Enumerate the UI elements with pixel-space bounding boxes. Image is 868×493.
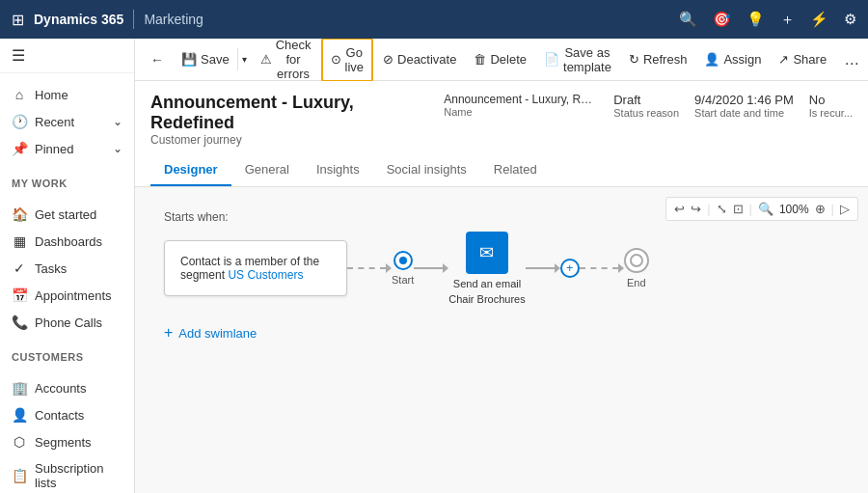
email-node[interactable]: ✉ bbox=[466, 232, 508, 274]
main-layout: ☰ ⌂ Home 🕐 Recent 📌 Pinned My Work 🏠 Get… bbox=[0, 39, 868, 493]
refresh-button[interactable]: ↻ Refresh bbox=[621, 46, 695, 72]
filter-icon[interactable]: ⚡ bbox=[810, 11, 828, 28]
refresh-icon: ↻ bbox=[629, 52, 639, 67]
sidebar-item-dashboards[interactable]: ▦ Dashboards bbox=[0, 228, 134, 255]
end-node-wrapper: End bbox=[624, 248, 649, 288]
sidebar-appointments-label: Appointments bbox=[35, 288, 112, 303]
sidebar-item-appointments[interactable]: 📅 Appointments bbox=[0, 282, 134, 309]
recent-icon: 🕐 bbox=[12, 114, 27, 129]
customers-group-label: Customers bbox=[0, 343, 134, 367]
redo-button[interactable]: ↪ bbox=[691, 202, 701, 216]
email-node-sublabel: Chair Brochures bbox=[448, 293, 525, 305]
sidebar-item-segments[interactable]: ⬡ Segments bbox=[0, 428, 134, 455]
sidebar-item-get-started[interactable]: 🏠 Get started bbox=[0, 201, 134, 228]
command-bar: ← 💾 Save ▾ ⚠ Check for errors ⊙ Go live … bbox=[135, 39, 868, 81]
designer-canvas: ↩ ↪ | ⤡ ⊡ | 🔍 100% ⊕ | ▷ Starts when: Co… bbox=[135, 187, 868, 493]
save-button[interactable]: 💾 Save bbox=[174, 46, 237, 72]
share-button[interactable]: ↗ Share bbox=[771, 46, 834, 72]
my-work-group-label: My Work bbox=[0, 170, 134, 193]
start-node[interactable] bbox=[393, 251, 413, 270]
assign-button[interactable]: 👤 Assign bbox=[696, 46, 769, 72]
contacts-icon: 👤 bbox=[12, 407, 27, 423]
save-icon: 💾 bbox=[181, 52, 197, 67]
record-date-field: 9/4/2020 1:46 PM Start date and time bbox=[694, 93, 794, 121]
record-recur-label: Is recur... bbox=[809, 107, 853, 119]
sidebar-contacts-label: Contacts bbox=[35, 408, 84, 423]
back-button[interactable]: ← bbox=[143, 46, 172, 73]
junction-node-wrapper: + bbox=[560, 259, 580, 278]
sidebar-item-pinned[interactable]: 📌 Pinned bbox=[0, 135, 134, 162]
assign-icon: 👤 bbox=[704, 52, 719, 67]
record-title-row: Announcement - Luxury, Redefined Custome… bbox=[150, 93, 853, 147]
go-live-icon: ⊙ bbox=[331, 52, 341, 67]
nav-divider bbox=[133, 10, 134, 29]
waffle-icon[interactable]: ⊞ bbox=[12, 11, 24, 29]
tab-designer[interactable]: Designer bbox=[150, 154, 231, 186]
email-node-wrapper: ✉ Send an email Chair Brochures bbox=[448, 232, 525, 305]
sidebar-recent-label: Recent bbox=[35, 115, 74, 129]
undo-button[interactable]: ↩ bbox=[674, 202, 685, 216]
sidebar-item-accounts[interactable]: 🏢 Accounts bbox=[0, 374, 134, 401]
add-swimlane-button[interactable]: + Add swimlane bbox=[164, 324, 839, 342]
record-title: Announcement - Luxury, Redefined bbox=[150, 93, 428, 133]
end-node[interactable] bbox=[624, 248, 649, 273]
record-status-field: Draft Status reason bbox=[613, 93, 679, 121]
go-live-button[interactable]: ⊙ Go live bbox=[321, 39, 374, 82]
tab-social-insights[interactable]: Social insights bbox=[373, 154, 480, 186]
sidebar-dashboards-label: Dashboards bbox=[35, 234, 102, 249]
sidebar-item-home[interactable]: ⌂ Home bbox=[0, 81, 134, 108]
check-errors-icon: ⚠ bbox=[260, 52, 272, 67]
delete-icon: 🗑 bbox=[474, 52, 486, 67]
sidebar: ☰ ⌂ Home 🕐 Recent 📌 Pinned My Work 🏠 Get… bbox=[0, 39, 135, 493]
target-icon[interactable]: 🎯 bbox=[713, 11, 731, 28]
check-errors-button[interactable]: ⚠ Check for errors bbox=[253, 39, 319, 87]
email-node-label: Send an email bbox=[453, 278, 521, 289]
save-dropdown-arrow[interactable]: ▾ bbox=[237, 48, 251, 70]
module-name: Marketing bbox=[144, 12, 203, 27]
save-as-template-button[interactable]: 📄 Save as template bbox=[536, 40, 619, 80]
sidebar-home-label: Home bbox=[35, 88, 68, 102]
zoom-out-button[interactable]: 🔍 bbox=[758, 202, 773, 216]
sidebar-item-contacts[interactable]: 👤 Contacts bbox=[0, 401, 134, 428]
save-split-button[interactable]: 💾 Save ▾ bbox=[174, 46, 251, 72]
add-icon[interactable]: ＋ bbox=[780, 11, 795, 29]
deactivate-button[interactable]: ⊘ Deactivate bbox=[375, 46, 464, 72]
top-navigation: ⊞ Dynamics 365 Marketing 🔍 🎯 💡 ＋ ⚡ ⚙ bbox=[0, 0, 868, 39]
more-commands-button[interactable]: … bbox=[836, 47, 867, 72]
tab-insights[interactable]: Insights bbox=[303, 154, 373, 186]
top-nav-icons: 🔍 🎯 💡 ＋ ⚡ ⚙ bbox=[679, 11, 856, 29]
record-name-label: Name bbox=[444, 106, 598, 118]
zoom-in-button[interactable]: ⊕ bbox=[815, 202, 826, 216]
sidebar-toggle[interactable]: ☰ bbox=[0, 39, 134, 73]
sidebar-item-subscription-lists[interactable]: 📋 Subscription lists bbox=[0, 455, 134, 493]
end-label: End bbox=[627, 277, 646, 288]
help-icon[interactable]: 💡 bbox=[746, 11, 765, 28]
record-header: Announcement - Luxury, Redefined Custome… bbox=[135, 81, 868, 187]
search-icon[interactable]: 🔍 bbox=[679, 11, 697, 28]
settings-icon[interactable]: ⚙ bbox=[844, 11, 856, 28]
expand-button[interactable]: ▷ bbox=[840, 202, 850, 216]
home-icon: ⌂ bbox=[12, 87, 27, 102]
solid-line-2 bbox=[526, 267, 555, 269]
tab-related[interactable]: Related bbox=[480, 154, 551, 186]
view-button[interactable]: ⊡ bbox=[733, 202, 744, 216]
sidebar-tasks-label: Tasks bbox=[35, 261, 67, 276]
sidebar-item-recent[interactable]: 🕐 Recent bbox=[0, 108, 134, 135]
tasks-icon: ✓ bbox=[12, 260, 27, 276]
template-icon: 📄 bbox=[544, 52, 559, 67]
add-swimlane-label: Add swimlane bbox=[178, 326, 257, 341]
get-started-icon: 🏠 bbox=[12, 206, 27, 222]
fit-button[interactable]: ⤡ bbox=[717, 202, 727, 216]
sidebar-item-tasks[interactable]: ✓ Tasks bbox=[0, 255, 134, 282]
connector-3 bbox=[580, 263, 624, 273]
junction-node[interactable]: + bbox=[560, 259, 580, 278]
end-node-inner bbox=[630, 254, 643, 267]
tab-general[interactable]: General bbox=[231, 154, 303, 186]
share-icon: ↗ bbox=[778, 52, 789, 67]
sidebar-item-phone-calls[interactable]: 📞 Phone Calls bbox=[0, 309, 134, 336]
sidebar-phone-calls-label: Phone Calls bbox=[35, 315, 102, 330]
sidebar-get-started-label: Get started bbox=[35, 207, 96, 222]
segment-link[interactable]: US Customers bbox=[228, 268, 303, 282]
start-node-wrapper: Start bbox=[392, 251, 414, 286]
delete-button[interactable]: 🗑 Delete bbox=[466, 46, 534, 72]
